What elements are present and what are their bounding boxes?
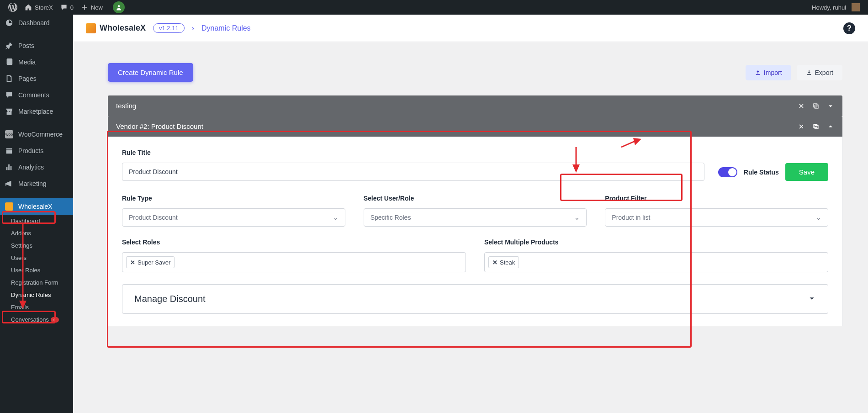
plugin-logo[interactable]: WholesaleX	[86, 23, 146, 33]
admin-bar: StoreX 0 New Howdy, ruhul	[0, 0, 868, 15]
home-icon	[25, 4, 32, 11]
submenu-registration-form[interactable]: Registration Form	[6, 276, 73, 289]
user-avatar-icon	[852, 3, 860, 11]
submenu-user-roles[interactable]: User Roles	[6, 264, 73, 276]
rule-type-select[interactable]: Product Discount ⌄	[122, 208, 345, 227]
menu-dashboard[interactable]: Dashboard	[0, 15, 73, 31]
product-filter-select[interactable]: Product in list ⌄	[605, 208, 828, 227]
chevron-down-icon	[808, 294, 816, 304]
rule-title: testing	[116, 102, 136, 110]
menu-woocommerce[interactable]: wooWooCommerce	[0, 126, 73, 143]
duplicate-rule-icon[interactable]	[812, 102, 820, 110]
chevron-down-icon: ⌄	[333, 214, 339, 221]
submenu-dashboard[interactable]: Dashboard	[6, 215, 73, 227]
submenu-addons[interactable]: Addons	[6, 227, 73, 239]
delete-rule-icon[interactable]	[798, 123, 805, 130]
user-role-select[interactable]: Specific Roles ⌄	[364, 208, 587, 227]
submenu-settings[interactable]: Settings	[6, 239, 73, 252]
save-button[interactable]: Save	[785, 163, 828, 181]
new-content-link[interactable]: New	[77, 0, 106, 15]
menu-comments[interactable]: Comments	[0, 87, 73, 103]
svg-rect-1	[814, 104, 817, 107]
avatar-circle-icon	[113, 1, 125, 13]
menu-wholesalex[interactable]: WholesaleX	[0, 198, 73, 215]
version-pill: v1.2.11	[153, 23, 185, 33]
help-button[interactable]: ?	[843, 22, 855, 34]
woocommerce-icon: woo	[5, 130, 14, 139]
logo-icon	[86, 23, 96, 33]
submenu-wholesalex: Dashboard Addons Settings Users User Rol…	[0, 215, 73, 326]
main-content: WholesaleX v1.2.11 › Dynamic Rules ? Cre…	[73, 15, 868, 413]
duplicate-rule-icon[interactable]	[812, 123, 820, 130]
menu-marketing[interactable]: Marketing	[0, 175, 73, 192]
rule-type-label: Rule Type	[122, 195, 345, 202]
page-icon	[5, 74, 14, 83]
marketplace-icon	[5, 107, 14, 116]
site-name: StoreX	[35, 4, 53, 11]
rule-status-label: Rule Status	[744, 169, 779, 176]
import-button[interactable]: Import	[746, 65, 791, 80]
rule-title-input[interactable]	[122, 163, 704, 181]
submenu-emails[interactable]: Emails	[6, 301, 73, 313]
chevron-down-icon: ⌄	[816, 214, 821, 221]
plugin-header: WholesaleX v1.2.11 › Dynamic Rules ?	[73, 15, 868, 42]
analytics-icon	[5, 163, 14, 172]
menu-products[interactable]: Products	[0, 143, 73, 159]
dashboard-icon	[5, 18, 14, 27]
products-icon	[5, 146, 14, 155]
upload-icon	[755, 69, 761, 76]
rule-title-label: Rule Title	[122, 149, 704, 156]
collapse-rule-icon[interactable]	[827, 123, 834, 130]
create-rule-button[interactable]: Create Dynamic Rule	[108, 63, 193, 82]
user-role-label: Select User/Role	[364, 195, 587, 202]
comment-icon	[60, 4, 68, 11]
menu-posts[interactable]: Posts	[0, 37, 73, 54]
comments-link[interactable]: 0	[57, 0, 77, 15]
svg-rect-3	[814, 124, 817, 127]
media-icon	[5, 58, 14, 67]
admin-menu: Dashboard Posts Media Pages Comments Mar…	[0, 15, 73, 413]
product-filter-label: Product Filter	[605, 195, 828, 202]
conversations-badge: 6	[51, 317, 59, 323]
submenu-conversations[interactable]: Conversations6	[6, 313, 73, 326]
rule-body: Rule Title Rule Status Save Rule Type Pr…	[108, 137, 842, 326]
howdy-account[interactable]: Howdy, ruhul	[808, 0, 863, 15]
download-icon	[806, 69, 812, 76]
svg-rect-4	[815, 125, 818, 128]
wholesalex-icon	[5, 202, 14, 211]
pin-icon	[5, 41, 14, 50]
chevron-right-icon: ›	[192, 24, 194, 32]
role-tag: ✕ Super Saver	[126, 256, 175, 268]
plus-icon	[81, 4, 88, 11]
submenu-users[interactable]: Users	[6, 252, 73, 264]
wp-logo[interactable]	[5, 0, 21, 15]
comments-count: 0	[70, 4, 74, 11]
manage-discount-accordion[interactable]: Manage Discount	[122, 284, 828, 314]
rule-row-testing[interactable]: testing	[108, 95, 842, 116]
menu-marketplace[interactable]: Marketplace	[0, 103, 73, 120]
marketing-icon	[5, 179, 14, 188]
rule-status-toggle[interactable]	[718, 167, 737, 177]
svg-rect-2	[815, 105, 818, 108]
expand-rule-icon[interactable]	[827, 102, 834, 110]
submenu-dynamic-rules[interactable]: Dynamic Rules	[6, 289, 73, 301]
menu-analytics[interactable]: Analytics	[0, 159, 73, 175]
remove-tag-icon[interactable]: ✕	[130, 259, 135, 266]
select-roles-input[interactable]: ✕ Super Saver	[122, 252, 466, 272]
remove-tag-icon[interactable]: ✕	[492, 259, 498, 266]
rule-row-vendor2[interactable]: Vendor #2: Product Discount	[108, 116, 842, 137]
select-products-input[interactable]: ✕ Steak	[484, 252, 828, 272]
svg-point-0	[118, 5, 120, 7]
breadcrumb-page[interactable]: Dynamic Rules	[201, 24, 251, 32]
comment-icon	[5, 90, 14, 100]
new-label: New	[91, 4, 103, 11]
howdy-text: Howdy, ruhul	[812, 4, 846, 11]
select-roles-label: Select Roles	[122, 238, 466, 246]
menu-media[interactable]: Media	[0, 54, 73, 70]
export-button[interactable]: Export	[797, 65, 842, 80]
chevron-down-icon: ⌄	[574, 214, 580, 221]
menu-pages[interactable]: Pages	[0, 70, 73, 87]
site-name-link[interactable]: StoreX	[21, 0, 57, 15]
store-avatar[interactable]	[106, 0, 128, 15]
delete-rule-icon[interactable]	[798, 102, 805, 110]
